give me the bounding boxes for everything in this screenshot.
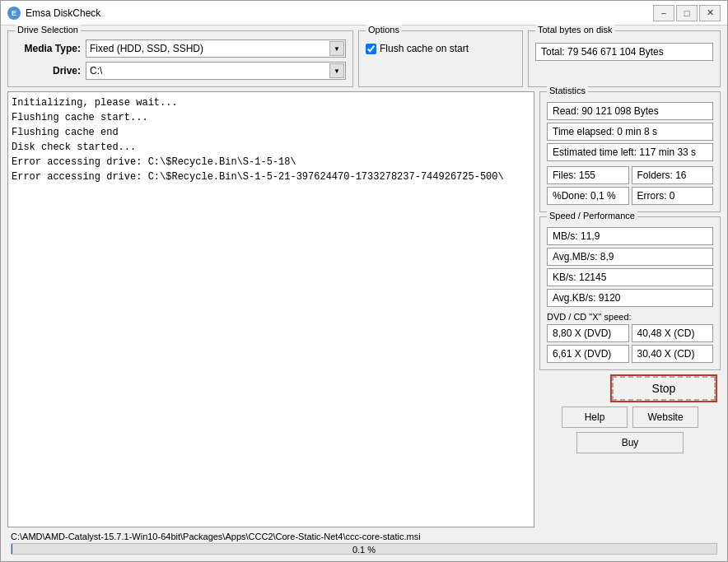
log-line-4: Error accessing drive: C:\$Recycle.Bin\S… <box>12 155 530 170</box>
progress-bar-container: 0.1 % <box>11 543 717 555</box>
drive-row: Drive: C:\ ▼ <box>15 62 346 80</box>
options-group: Options Flush cache on start <box>358 30 523 87</box>
dvd2-stat: 6,61 X (DVD) <box>547 345 629 363</box>
stop-button[interactable]: Stop <box>610 374 717 402</box>
log-line-1: Flushing cache start... <box>12 110 530 125</box>
window-controls: − □ ✕ <box>653 5 721 21</box>
drive-selection-label: Drive Selection <box>15 25 81 35</box>
cd1-stat: 40,48 X (CD) <box>632 324 714 342</box>
flush-cache-checkbox[interactable] <box>366 44 376 54</box>
total-bytes-group: Total bytes on disk Total: 79 546 671 10… <box>528 30 721 87</box>
errors-stat: Errors: 0 <box>632 187 714 205</box>
log-line-5: Error accessing drive: C:\$Recycle.Bin\S… <box>12 170 530 184</box>
status-file-path: C:\AMD\AMD-Catalyst-15.7.1-Win10-64bit\P… <box>11 532 717 541</box>
stats-grid: Files: 155 Folders: 16 %Done: 0,1 % Erro… <box>547 166 713 205</box>
options-label: Options <box>366 25 402 35</box>
media-type-row: Media Type: Fixed (HDD, SSD, SSHD) ▼ <box>15 39 346 58</box>
top-row: Drive Selection Media Type: Fixed (HDD, … <box>7 30 721 87</box>
time-elapsed-stat: Time elapsed: 0 min 8 s <box>547 123 713 141</box>
flush-cache-checkbox-label[interactable]: Flush cache on start <box>366 43 469 54</box>
read-stat: Read: 90 121 098 Bytes <box>547 102 713 120</box>
speed-label: Speed / Performance <box>547 211 637 221</box>
buy-button[interactable]: Buy <box>576 432 684 453</box>
log-line-0: Initializing, please wait... <box>12 95 530 110</box>
mbs-stat: MB/s: 11,9 <box>547 227 713 245</box>
log-line-2: Flushing cache end <box>12 125 530 140</box>
statistics-group: Statistics Read: 90 121 098 Bytes Time e… <box>539 91 721 212</box>
bottom-status: C:\AMD\AMD-Catalyst-15.7.1-Win10-64bit\P… <box>7 532 721 556</box>
website-button[interactable]: Website <box>632 406 698 428</box>
flush-cache-label: Flush cache on start <box>380 43 469 54</box>
folders-stat: Folders: 16 <box>632 166 714 184</box>
avg-mbs-stat: Avg.MB/s: 8,9 <box>547 248 713 266</box>
help-website-row: Help Website <box>539 406 721 428</box>
help-button[interactable]: Help <box>562 406 628 428</box>
statistics-label: Statistics <box>547 86 588 95</box>
log-line-3: Disk check started... <box>12 140 530 155</box>
progress-label: 0.1 % <box>12 544 716 555</box>
kbs-stat: KB/s: 12145 <box>547 268 713 286</box>
total-bytes-value: Total: 79 546 671 104 Bytes <box>535 43 713 61</box>
media-type-wrapper: Fixed (HDD, SSD, SSHD) ▼ <box>86 39 346 58</box>
drive-label: Drive: <box>15 65 81 77</box>
dvd-grid: 8,80 X (DVD) 40,48 X (CD) 6,61 X (DVD) 3… <box>547 324 713 363</box>
media-type-label: Media Type: <box>15 43 81 54</box>
total-bytes-label: Total bytes on disk <box>535 25 615 35</box>
speed-group: Speed / Performance MB/s: 11,9 Avg.MB/s:… <box>539 216 721 370</box>
dvd1-stat: 8,80 X (DVD) <box>547 324 629 342</box>
log-area: Initializing, please wait... Flushing ca… <box>7 91 534 527</box>
avg-kbs-stat: Avg.KB/s: 9120 <box>547 289 713 307</box>
dvd-cd-label: DVD / CD "X" speed: <box>547 312 713 322</box>
window-body: Drive Selection Media Type: Fixed (HDD, … <box>1 26 727 561</box>
main-row: Initializing, please wait... Flushing ca… <box>7 91 721 527</box>
main-window: E Emsa DiskCheck − □ ✕ Drive Selection M… <box>0 0 728 562</box>
files-stat: Files: 155 <box>547 166 629 184</box>
buy-button-row: Buy <box>539 432 721 453</box>
app-icon: E <box>7 7 21 20</box>
right-panel: Statistics Read: 90 121 098 Bytes Time e… <box>539 91 721 527</box>
minimize-button[interactable]: − <box>653 5 674 21</box>
stop-button-row: Stop <box>539 374 721 402</box>
estimated-time-stat: Estimated time left: 117 min 33 s <box>547 143 713 161</box>
done-stat: %Done: 0,1 % <box>547 187 629 205</box>
drive-select[interactable]: C:\ <box>86 62 346 80</box>
maximize-button[interactable]: □ <box>676 5 698 21</box>
media-type-select[interactable]: Fixed (HDD, SSD, SSHD) <box>86 39 346 58</box>
drive-wrapper: C:\ ▼ <box>86 62 346 80</box>
cd2-stat: 30,40 X (CD) <box>632 345 714 363</box>
title-bar: E Emsa DiskCheck − □ ✕ <box>1 1 727 26</box>
window-title: Emsa DiskCheck <box>26 7 653 19</box>
drive-selection-group: Drive Selection Media Type: Fixed (HDD, … <box>7 30 353 87</box>
close-button[interactable]: ✕ <box>699 5 721 21</box>
